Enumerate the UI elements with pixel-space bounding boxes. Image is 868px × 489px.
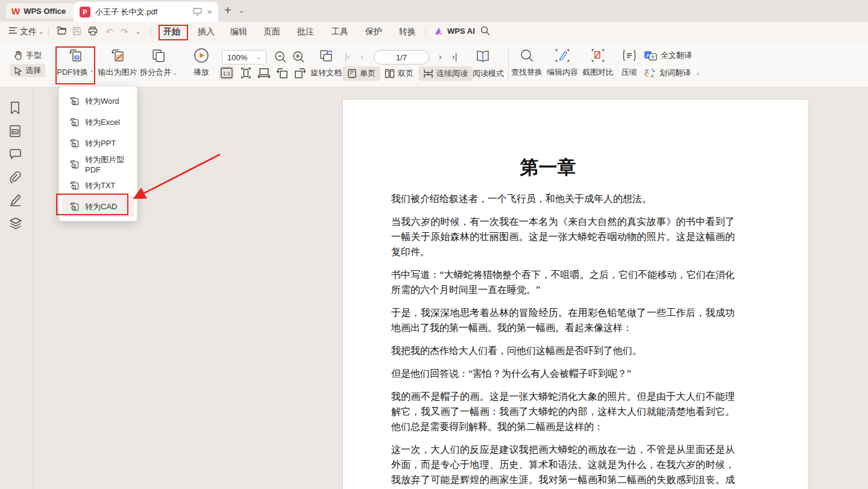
wps-ai-button[interactable]: WPS AI: [434, 27, 475, 36]
tabs-chevron-icon[interactable]: ⌄: [239, 7, 244, 14]
svg-text:文: 文: [644, 68, 650, 74]
file-chevron-icon[interactable]: ⌄: [39, 28, 43, 35]
wps-office-home-button[interactable]: W WPS Office: [5, 2, 75, 19]
fit-width-button[interactable]: [257, 66, 271, 80]
single-page-icon: [347, 69, 357, 78]
new-tab-icon[interactable]: +: [224, 4, 231, 17]
menu-item-convert-excel[interactable]: S 转为Excel: [62, 112, 134, 133]
convert-txt-icon: T: [69, 180, 80, 191]
menu-item-convert-image-pdf[interactable]: 转为图片型PDF: [62, 154, 134, 175]
screenshot-compare-button[interactable]: 截图对比: [581, 49, 615, 78]
edit-content-button[interactable]: 编辑内容: [546, 49, 579, 78]
tab-page[interactable]: 页面: [263, 27, 280, 37]
zoom-out-icon[interactable]: [274, 51, 287, 63]
pdf-convert-label: PDF转换⌃: [57, 67, 94, 78]
single-page-button[interactable]: 单页: [342, 66, 380, 81]
continuous-reading-button[interactable]: 连续阅读: [418, 66, 473, 81]
actual-size-button[interactable]: 1:1: [219, 66, 234, 80]
hand-tool-button[interactable]: 手型: [10, 49, 46, 62]
find-replace-icon: [520, 49, 533, 62]
layers-icon[interactable]: [9, 217, 22, 230]
first-page-icon[interactable]: |‹: [345, 52, 350, 62]
search-icon[interactable]: [480, 26, 490, 36]
compress-icon: [621, 49, 637, 62]
continuous-reading-icon: [423, 69, 433, 78]
word-translate-button[interactable]: 文 A 划词翻译 ⌄: [644, 68, 700, 78]
full-translate-button[interactable]: A 文 全文翻译: [644, 50, 692, 61]
word-translate-icon: 文 A: [644, 68, 656, 78]
undo-icon[interactable]: ↶: [105, 27, 113, 37]
next-page-icon[interactable]: ›: [439, 52, 442, 62]
bookmark-icon[interactable]: [9, 101, 22, 115]
paragraph: 这一次，大人们的反应是建议我把画大蟒蛇的画放在一边，不管是从里面还是从外面，而是…: [391, 442, 735, 489]
compress-button[interactable]: 压缩: [618, 49, 640, 78]
zoom-in-icon[interactable]: [292, 51, 305, 63]
find-replace-button[interactable]: 查找替换: [510, 49, 544, 78]
menu-item-label: 转为CAD: [85, 201, 117, 212]
divider: [508, 49, 509, 80]
wps-logo-icon: W: [11, 6, 19, 16]
tab-convert[interactable]: 转换: [399, 27, 416, 37]
menu-item-label: 转为PPT: [85, 138, 116, 149]
menu-item-convert-word[interactable]: W 转为Word: [62, 90, 134, 112]
rotate-left-button[interactable]: [275, 66, 289, 80]
prev-page-icon[interactable]: ‹: [360, 52, 363, 62]
menu-item-convert-cad[interactable]: CAD 转为CAD: [62, 196, 134, 217]
document-tab[interactable]: P 小王子 长中文.pdf ×: [74, 2, 218, 22]
export-image-icon: [110, 48, 125, 63]
rotate-left-icon: [275, 67, 289, 79]
quickbar-chevron-icon[interactable]: ⌄: [136, 28, 140, 35]
signature-icon[interactable]: [9, 194, 22, 207]
rotate-document-button[interactable]: 旋转文档: [309, 49, 344, 78]
zoom-level-select[interactable]: 100% ⌄: [222, 50, 266, 65]
pdf-convert-button[interactable]: W PDF转换⌃: [55, 48, 95, 78]
menu-item-label: 转为TXT: [85, 180, 116, 191]
rotate-right-button[interactable]: [293, 66, 307, 80]
thumbnail-icon[interactable]: [9, 125, 22, 138]
svg-text:W: W: [72, 101, 75, 104]
one-to-one-icon: 1:1: [221, 68, 233, 78]
comment-icon[interactable]: [9, 148, 22, 162]
paragraph: 我的画不是帽子的画。这是一张大蟒蛇消化大象的照片。但是由于大人们不能理解它，我又…: [391, 389, 735, 434]
print-icon[interactable]: [88, 27, 98, 36]
open-folder-icon[interactable]: [57, 27, 67, 35]
paragraph: 我们被介绍给叙述者，一个飞行员，和他关于成年人的想法。: [391, 191, 735, 206]
chevron-down-icon: ⌄: [172, 70, 177, 76]
attachment-icon[interactable]: [9, 171, 22, 185]
export-image-button[interactable]: 输出为图片: [96, 48, 139, 78]
monitor-icon[interactable]: [193, 8, 202, 16]
redo-icon[interactable]: ↷: [121, 27, 128, 37]
document-tab-title: 小王子 长中文.pdf: [95, 7, 188, 17]
file-menu[interactable]: 文件: [20, 27, 37, 37]
tab-annotate[interactable]: 批注: [297, 27, 314, 37]
menu-item-convert-txt[interactable]: T 转为TXT: [62, 175, 134, 196]
svg-text:CAD: CAD: [72, 207, 77, 209]
app-button-label: WPS Office: [24, 7, 66, 16]
hamburger-icon[interactable]: [8, 27, 17, 34]
zoom-level-value: 100%: [227, 53, 247, 62]
last-page-icon[interactable]: ›|: [452, 52, 457, 62]
svg-text:P: P: [73, 143, 75, 146]
menu-item-convert-ppt[interactable]: P 转为PPT: [62, 133, 134, 154]
read-mode-icon[interactable]: [475, 49, 491, 64]
select-tool-button[interactable]: 选择: [10, 64, 45, 77]
fit-page-button[interactable]: [239, 66, 253, 80]
chevron-up-icon: ⌃: [89, 70, 94, 76]
play-button[interactable]: 播放: [188, 48, 215, 78]
close-icon[interactable]: ×: [207, 7, 212, 17]
svg-text:文: 文: [650, 54, 655, 60]
page-indicator-input[interactable]: [374, 50, 429, 65]
save-icon[interactable]: [72, 27, 81, 36]
tab-tools[interactable]: 工具: [332, 27, 348, 37]
tab-protect[interactable]: 保护: [365, 27, 382, 37]
pdf-page[interactable]: 第一章 我们被介绍给叙述者，一个飞行员，和他关于成年人的想法。 当我六岁的时候，…: [342, 99, 809, 489]
tab-home[interactable]: 开始: [163, 27, 180, 37]
document-text: 我们被介绍给叙述者，一个飞行员，和他关于成年人的想法。 当我六岁的时候，有一次我…: [391, 191, 735, 489]
wps-pdf-window: W WPS Office P 小王子 长中文.pdf × + ⌄ 文件 ⌄: [0, 0, 868, 489]
tab-insert[interactable]: 插入: [198, 27, 215, 37]
select-tool-label: 选择: [25, 65, 41, 76]
tab-edit[interactable]: 编辑: [230, 27, 247, 37]
split-merge-button[interactable]: 拆分合并⌄: [137, 48, 180, 78]
read-mode-button[interactable]: 阅读模式: [468, 66, 509, 81]
svg-text:1:1: 1:1: [223, 71, 231, 77]
